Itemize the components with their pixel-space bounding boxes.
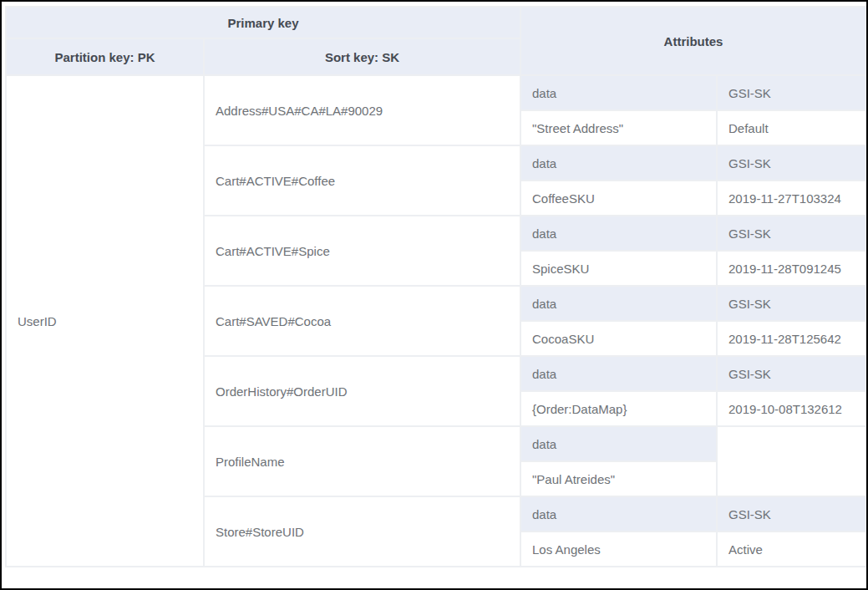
partition-key-header: Partition key: PK [6,38,204,75]
attr-name-cell: data [520,356,717,391]
dynamodb-schema-table: Primary key Attributes Partition key: PK… [5,6,867,567]
gsi-sk-header-cell: GSI-SK [717,145,866,181]
partition-key-value-cell: UserID [6,75,204,567]
sort-key-cell: ProfileName [204,426,520,496]
attribute-row: UserIDAddress#USA#CA#LA#90029dataGSI-SK [6,75,866,110]
attr-name-cell: data [520,496,717,532]
attr-name-cell: data [520,426,717,461]
attr-value-cell: Los Angeles [520,532,717,567]
sort-key-cell: Cart#ACTIVE#Coffee [204,145,520,216]
screenshot-frame: Primary key Attributes Partition key: PK… [0,0,868,590]
sort-key-cell: OrderHistory#OrderUID [204,356,520,426]
gsi-sk-value-cell: Default [717,110,866,145]
gsi-sk-header-cell: GSI-SK [717,496,866,532]
sort-key-cell: Store#StoreUID [204,496,520,567]
attr-value-cell: "Street Address" [520,110,717,145]
gsi-sk-header-cell: GSI-SK [717,216,866,251]
gsi-sk-value-cell: 2019-11-27T103324 [717,181,866,216]
sort-key-cell: Cart#ACTIVE#Spice [204,216,520,286]
attr-value-cell: "Paul Atreides" [520,461,717,496]
gsi-sk-header-cell: GSI-SK [717,75,866,110]
sort-key-cell: Address#USA#CA#LA#90029 [204,75,520,145]
table-body: UserIDAddress#USA#CA#LA#90029dataGSI-SK"… [6,75,866,567]
attr-value-cell: SpiceSKU [520,251,717,286]
table-header-row-1: Primary key Attributes [6,7,866,38]
attr-value-cell: {Order:DataMap} [520,391,717,426]
attr-value-cell: CoffeeSKU [520,181,717,216]
attr-value-cell: CocoaSKU [520,321,717,356]
sort-key-header: Sort key: SK [204,38,520,75]
attr-name-cell: data [520,286,717,321]
gsi-sk-value-cell: 2019-11-28T091245 [717,251,866,286]
gsi-sk-value-cell: 2019-10-08T132612 [717,391,866,426]
gsi-sk-header-cell: GSI-SK [717,286,866,321]
attr-name-cell: data [520,75,717,110]
attr-name-cell: data [520,216,717,251]
sort-key-cell: Cart#SAVED#Cocoa [204,286,520,356]
gsi-sk-header-cell: GSI-SK [717,356,866,391]
gsi-sk-value-cell: Active [717,532,866,567]
attributes-header: Attributes [520,7,866,75]
attr-name-cell: data [520,145,717,181]
primary-key-header: Primary key [6,7,520,38]
empty-attr-cell [717,426,866,496]
gsi-sk-value-cell: 2019-11-28T125642 [717,321,866,356]
